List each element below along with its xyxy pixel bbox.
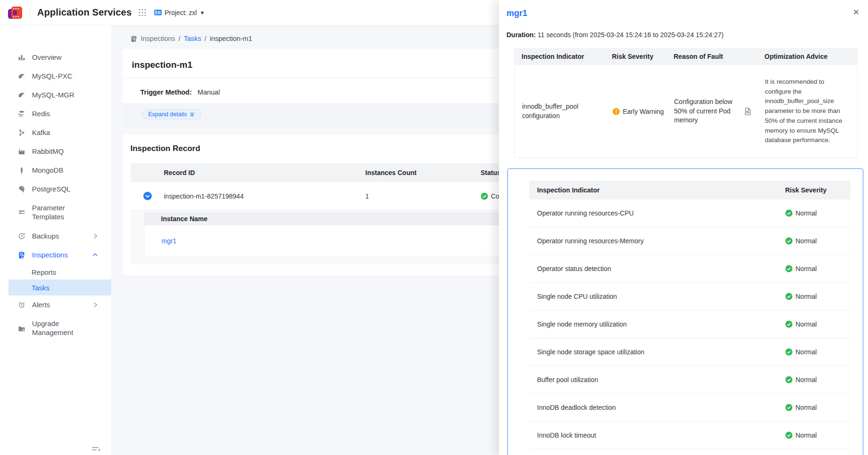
sidebar-item-backups[interactable]: Backups	[0, 227, 111, 246]
breadcrumb-separator: /	[204, 35, 206, 42]
record-id-cell: inspection-m1-8257198944	[164, 192, 365, 200]
sidebar-item-tasks[interactable]: Tasks	[8, 279, 111, 295]
fault-indicator: innodb_buffer_pool configuration	[514, 102, 605, 120]
restore-icon	[18, 232, 25, 240]
application-services-page: Application Services Project: zxl ▼	[0, 0, 868, 455]
bar-chart-icon	[18, 54, 25, 61]
instance-detail-drawer: mgr1 ✕ Duration: 11 seconds (from 2025-0…	[499, 0, 868, 455]
sidebar-item-mysql-pxc[interactable]: MySQL-PXC	[0, 67, 111, 86]
sidebar-item-mongodb[interactable]: MongoDB	[0, 161, 111, 180]
sidebar-item-inspections[interactable]: Inspections	[0, 246, 111, 264]
collapse-sidebar-icon[interactable]	[91, 446, 102, 453]
breadcrumb-tasks[interactable]: Tasks	[184, 35, 201, 42]
col-reason-of-fault: Reason of Fault	[666, 53, 744, 60]
sliders-icon	[18, 209, 25, 216]
status-badge: Normal	[777, 431, 851, 439]
status-badge: Normal	[777, 348, 851, 356]
status-badge: Normal	[777, 404, 851, 411]
normal-row: Single node CPU utilization Normal	[529, 283, 851, 311]
col-inspection-indicator: Inspection Indicator	[529, 186, 777, 194]
trigger-method-label: Trigger Method:	[140, 88, 192, 96]
breadcrumb-separator: /	[178, 35, 180, 42]
page-title: inspection-m1	[132, 60, 193, 70]
col-record-id: Record ID	[164, 169, 365, 176]
app-title: Application Services	[37, 7, 132, 18]
project-selector[interactable]: Project: zxl ▼	[154, 9, 205, 16]
fault-table-header: Inspection Indicator Risk Severity Reaso…	[514, 48, 858, 65]
fault-advice: It is recommended to configure the innod…	[757, 70, 857, 153]
normal-row: Operator status detection Normal	[529, 255, 851, 283]
folder-gear-icon	[18, 325, 25, 332]
status-badge: Normal	[777, 209, 851, 217]
check-circle-icon	[481, 192, 488, 200]
normal-row: InnoDB deadlock detection Normal	[529, 394, 851, 422]
status-badge: Normal	[777, 320, 851, 328]
trigger-method-row: Trigger Method: Manual	[140, 88, 220, 96]
check-circle-icon	[785, 348, 793, 356]
double-chevron-down-icon	[189, 112, 195, 117]
layers-icon	[18, 110, 25, 118]
sidebar-item-postgresql[interactable]: PostgreSQL	[0, 180, 111, 199]
status-badge: Normal	[777, 376, 851, 383]
normal-row: Operator running resources-CPU Normal	[529, 200, 851, 227]
sidebar-item-upgrade-management[interactable]: Upgrade Management	[0, 314, 111, 343]
chevron-up-icon	[92, 253, 98, 257]
col-risk-severity: Risk Severity	[777, 186, 851, 194]
check-circle-icon	[785, 320, 793, 328]
file-search-icon[interactable]	[744, 107, 757, 115]
breadcrumb-current: inspection-m1	[210, 35, 252, 42]
chevron-down-icon: ▼	[200, 10, 205, 16]
dolphin-icon	[18, 91, 25, 99]
normal-row: Single node storage space utilization No…	[529, 338, 851, 366]
chevron-right-icon	[93, 302, 98, 308]
fault-reason: Configuration below 50% of current Pod m…	[667, 97, 744, 125]
normal-indicators-panel: Inspection Indicator Risk Severity Opera…	[507, 168, 863, 455]
sidebar-item-reports[interactable]: Reports	[0, 264, 111, 279]
check-circle-icon	[785, 237, 793, 245]
sidebar-item-parameter-templates[interactable]: Parameter Templates	[0, 199, 111, 227]
check-circle-icon	[785, 209, 793, 217]
col-instances-count: Instances Count	[365, 169, 481, 176]
breadcrumb-inspections[interactable]: Inspections	[141, 35, 175, 42]
sidebar-item-kafka[interactable]: Kafka	[0, 123, 111, 142]
trigger-method-value: Manual	[198, 88, 220, 96]
status-badge: Normal	[777, 265, 851, 272]
elephant-icon	[18, 185, 25, 193]
project-board-icon	[154, 9, 162, 16]
network-icon	[18, 129, 25, 136]
sidebar: Overview MySQL-PXC MySQL-MGR	[0, 25, 111, 455]
normal-table-header: Inspection Indicator Risk Severity	[529, 181, 851, 200]
sidebar-item-rabbitmq[interactable]: RabbitMQ	[0, 142, 111, 161]
sidebar-item-mysql-mgr[interactable]: MySQL-MGR	[0, 86, 111, 104]
normal-row-partial	[529, 449, 851, 455]
leaf-icon	[18, 167, 25, 174]
col-risk-severity: Risk Severity	[604, 53, 666, 60]
instance-link-mgr1[interactable]: mgr1	[161, 237, 177, 245]
sidebar-item-alerts[interactable]: Alerts	[0, 295, 111, 314]
collapse-row-icon[interactable]	[143, 192, 152, 200]
duration-value: 11 seconds (from 2025-03-24 15:24:16 to …	[538, 31, 723, 39]
normal-row: Buffer pool utilization Normal	[529, 366, 851, 394]
app-grid-icon[interactable]	[138, 8, 146, 16]
inspection-record-title: Inspection Record	[130, 144, 200, 153]
sidebar-item-redis[interactable]: Redis	[0, 104, 111, 123]
check-circle-icon	[785, 376, 793, 383]
instances-count-cell: 1	[365, 192, 481, 200]
normal-table: Inspection Indicator Risk Severity Opera…	[529, 181, 851, 455]
app-logo-icon	[8, 5, 23, 20]
chevron-right-icon	[93, 233, 98, 239]
expand-details-button[interactable]: Expand details	[142, 109, 201, 120]
factory-icon	[18, 148, 25, 155]
col-optimization-advice: Optimization Advice	[757, 53, 858, 60]
close-icon[interactable]: ✕	[853, 8, 860, 16]
warning-circle-icon	[612, 108, 620, 115]
check-circle-icon	[785, 431, 793, 439]
sidebar-item-overview[interactable]: Overview	[0, 48, 111, 67]
clipboard-search-icon	[130, 35, 137, 42]
alarm-icon	[18, 301, 25, 309]
duration-line: Duration: 11 seconds (from 2025-03-24 15…	[506, 31, 723, 39]
status-badge: Normal	[777, 237, 851, 245]
normal-row: Operator running resources-Memory Normal	[529, 227, 851, 255]
breadcrumb: Inspections / Tasks / inspection-m1	[130, 35, 252, 42]
severity-badge: Early Warning	[605, 108, 667, 115]
